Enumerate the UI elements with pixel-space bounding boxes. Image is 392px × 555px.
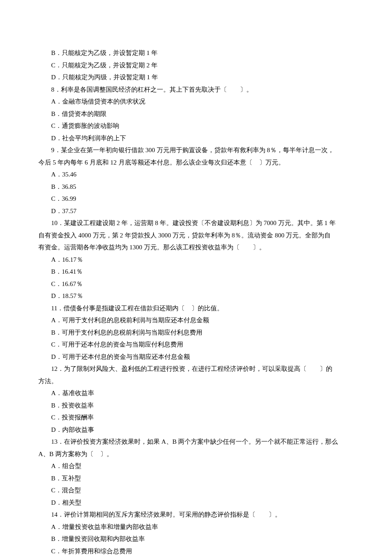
text-line: D．18.57％ xyxy=(38,290,354,302)
text-line: 14．评价计算期相同的互斥方案经济效果时。可采用的静态评价指标是〔 〕。 xyxy=(38,509,354,521)
text-line: B．借贷资本的期限 xyxy=(38,108,354,120)
text-line: D．可用于还本付息的资金与当期应还本付息金额 xyxy=(38,351,354,363)
text-line: 11．偿债备付事是指建设工程在借款归还期内〔 〕的比值。 xyxy=(38,302,354,315)
text-line: A．16.17％ xyxy=(38,254,354,266)
text-line: 自有资金投入 4000 万元，第 2 年贷款投人 3000 万元，贷款年利率为 … xyxy=(38,229,354,242)
text-line: 今后 5 年内每年 6 月底和 12 月底等额还本付息。那么该企业每次归还本意〔… xyxy=(38,156,354,169)
text-line: D．37.57 xyxy=(38,205,354,217)
text-line: A．金融市场借贷资本的供求状况 xyxy=(38,95,354,108)
text-line: 有资金。运营期各年净收益均为 1300 万元。那么该工程投资收益率为〔 〕。 xyxy=(38,241,354,254)
document-page: B．只能核定为乙级，并设暂定期 1 年C．只能核定为乙级，并设暂定期 2 年D．… xyxy=(0,0,392,555)
text-line: D．内部收益事 xyxy=(38,424,354,436)
text-line: C．投资报酬率 xyxy=(38,411,354,424)
text-line: B．36.85 xyxy=(38,181,354,193)
text-line: B．16.41％ xyxy=(38,266,354,278)
text-line: A、B 两方案称为〔 〕。 xyxy=(38,448,354,460)
text-line: 方法。 xyxy=(38,375,354,387)
text-line: A．35.46 xyxy=(38,168,354,181)
text-line: D．社会平均利润率的上下 xyxy=(38,132,354,145)
text-line: B．可用于支付利息的息税前利润与当期应付利息费用 xyxy=(38,327,354,339)
text-line: D．只能核定为丙级，并设暂定期 1 年 xyxy=(38,71,354,84)
text-line: C．16.67％ xyxy=(38,278,354,290)
text-line: C．年折算费用和综合总费用 xyxy=(38,545,354,555)
text-line: 13．在评价投资方案经济效果时，如果 A、B 两个方案中缺少任何一个。另一个就不… xyxy=(38,436,354,448)
text-line: B．增量投资回收期和内部收益率 xyxy=(38,533,354,545)
text-line: B．投资收益率 xyxy=(38,399,354,412)
text-line: A．可用于支付利息的息税前利润与当期应还本付息金额 xyxy=(38,314,354,327)
text-line: A．组合型 xyxy=(38,460,354,472)
text-line: 9．某企业在第一年初向银行借款 300 万元用于购置设备，贷款年有救利率为 8％… xyxy=(38,144,354,156)
text-line: A．增量投资收益率和增量内部收益率 xyxy=(38,521,354,533)
text-line: D．相关型 xyxy=(38,497,354,509)
text-line: C．混合型 xyxy=(38,484,354,497)
text-line: B．互补型 xyxy=(38,472,354,485)
text-line: C．通货膨胀的波动影响 xyxy=(38,120,354,132)
text-line: 10．某建设工程建设期 2 年，运营期 8 年。建设投资〔不舍建设期利息〕为 7… xyxy=(38,217,354,229)
text-line: 8．利率是各国调整国民经济的杠杆之一。其上下首先取决于〔 〕。 xyxy=(38,84,354,96)
text-line: C．只能核定为乙级，并设暂定期 2 年 xyxy=(38,59,354,72)
text-line: A．基准收益率 xyxy=(38,387,354,399)
text-line: C．36.99 xyxy=(38,193,354,205)
text-line: B．只能核定为乙级，并设暂定期 1 年 xyxy=(38,47,354,59)
text-line: C．可用于还本付息的资金与当期应付利息费用 xyxy=(38,338,354,351)
text-line: 12．为了限制对风险大、盈利低的工程进行投资，在进行工程经济评价时，可以采取提高… xyxy=(38,363,354,375)
